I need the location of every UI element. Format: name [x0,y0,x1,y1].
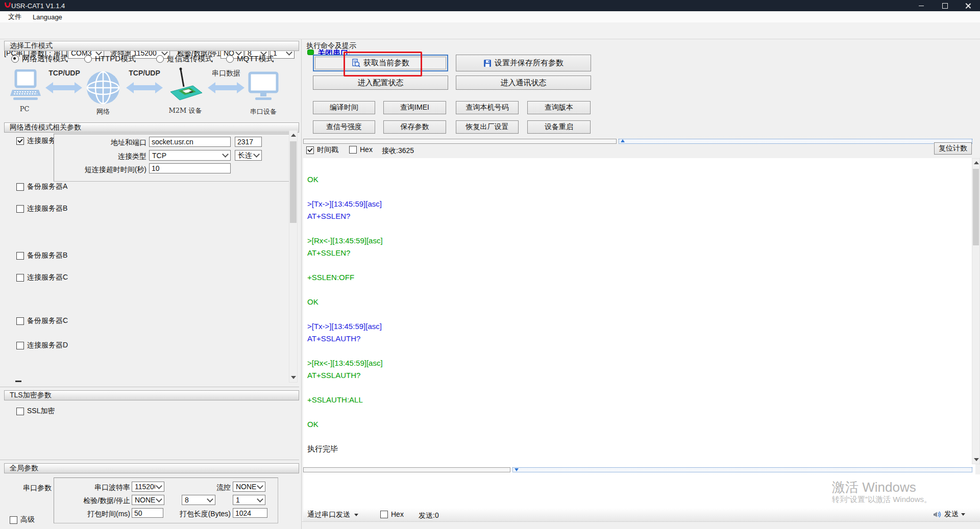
work-mode-option[interactable]: MQTT模式 [226,54,274,64]
net-params-group-header: 网络透传模式相关参数 [4,122,299,133]
conn-type-select[interactable]: TCP [149,150,231,161]
gp-baud-select[interactable]: 115200 [132,482,164,492]
server-checkbox-row[interactable]: 备份服务器A [16,182,67,191]
advanced-label: 高级 [20,515,35,524]
link-label-3: 串口数据 [207,69,245,78]
checkbox-icon[interactable] [16,183,24,191]
timeout-input[interactable]: 10 [149,163,231,173]
gp-packlen-input[interactable]: 1024 [233,508,267,518]
command-button[interactable]: 查询版本 [527,101,591,114]
checkbox-icon[interactable] [380,511,388,518]
server-checkbox-row[interactable]: 备份服务器B [16,251,67,260]
reset-count-button[interactable]: 复位计数 [934,142,972,155]
scroll-up-icon[interactable] [291,134,296,137]
checkbox-icon[interactable] [349,146,357,154]
command-button[interactable]: 编译时间 [313,101,375,114]
app-logo-icon [4,2,12,10]
server-checkbox-row[interactable]: 连接服务器C [16,273,68,282]
hscroll-thumb[interactable] [303,139,617,144]
server-checkbox-row[interactable]: 连接服务器D [16,341,68,350]
checkbox-icon[interactable] [306,146,314,154]
set-save-params-button[interactable]: 设置并保存所有参数 [456,55,591,71]
conn-mode-select[interactable]: 长连接 [235,150,262,161]
server-checkbox-row[interactable]: 备份服务器C [16,316,68,325]
server-checkbox-label: 备份服务器C [27,316,68,325]
gp-packtime-input[interactable]: 50 [132,508,163,518]
gp-parity-select[interactable]: NONE [132,495,164,505]
menu-language[interactable]: Language [30,12,65,22]
send-via-serial-dropdown[interactable]: 通过串口发送 [307,510,358,519]
server-port-input[interactable]: 2317 [235,137,262,147]
command-button[interactable]: 查询本机号码 [456,101,519,114]
menu-bar: 文件 Language [0,11,980,22]
hex-recv-checkbox-row[interactable]: Hex [349,145,373,154]
conn-type-label: 连接类型 [59,152,146,161]
scroll-down-icon[interactable] [974,458,979,461]
tls-title: TLS加密参数 [10,391,52,400]
checkbox-icon[interactable] [16,317,24,325]
send-button[interactable]: 发送 [933,510,965,519]
server-checkbox-row[interactable]: 连接服务器B [16,204,67,213]
server-address-input[interactable]: socket.usr.cn [149,137,231,147]
command-button[interactable]: 保存参数 [383,120,446,134]
log-output[interactable]: OK >[Tx->][13:45:59][asc]AT+SSLEN? >[Rx<… [303,158,975,480]
hscroll-thumb[interactable] [303,467,510,472]
advanced-checkbox-row[interactable]: 高级 [10,515,35,524]
windows-activation-watermark: 激活 Windows [832,478,916,496]
log-vscrollbar[interactable] [972,158,980,464]
command-button[interactable]: 恢复出厂设置 [456,120,519,134]
log-line [307,259,975,271]
send-hex-checkbox-row[interactable]: Hex [380,510,404,518]
scrollbar-thumb[interactable] [290,141,297,223]
radio-icon[interactable] [84,55,92,63]
hscroll-track-focus[interactable] [619,139,972,144]
magnifier-doc-icon [352,59,360,67]
log-hscrollbar-top[interactable] [303,139,972,144]
work-mode-option[interactable]: HTTPD模式 [84,54,136,64]
checkbox-icon[interactable] [16,342,24,349]
log-hscrollbar-bottom[interactable] [303,467,972,472]
radio-icon[interactable] [11,55,19,63]
log-line [307,222,975,235]
gp-stopbits-select[interactable]: 1 [233,495,265,505]
command-button[interactable]: 查询IMEI [383,101,446,114]
global-params-title: 全局参数 [10,464,38,473]
work-mode-option[interactable]: 短信透传模式 [156,54,213,64]
checkbox-icon[interactable] [16,252,24,260]
minimize-button[interactable] [910,0,933,11]
hscroll-track-focus[interactable] [512,467,972,472]
radio-icon[interactable] [156,55,164,63]
checkbox-icon[interactable] [16,274,24,282]
title-bar: USR-CAT1 V1.1.4 [0,0,980,11]
checkbox-icon[interactable] [16,205,24,213]
log-line [307,308,975,320]
get-params-button[interactable]: 获取当前参数 [313,55,448,71]
maximize-button[interactable] [933,0,957,11]
ssl-checkbox-row[interactable]: SSL加密 [16,407,55,416]
send-bar [303,508,980,521]
command-button[interactable]: 设备重启 [527,120,591,134]
close-button[interactable] [957,0,980,11]
checkbox-icon[interactable] [16,408,24,415]
enter-config-button[interactable]: 进入配置状态 [313,75,448,90]
send-hex-label: Hex [391,510,404,518]
work-mode-option[interactable]: 网络透传模式 [11,54,68,64]
gp-flow-select[interactable]: NONE [233,482,265,492]
checkbox-icon[interactable] [16,137,24,145]
scroll-marker-icon [621,139,625,142]
enter-comm-button[interactable]: 进入通讯状态 [456,75,591,90]
timestamp-checkbox-row[interactable]: 时间戳 [306,145,338,155]
server-checkbox-label: 连接服务器C [27,273,68,282]
scroll-down-icon[interactable] [291,376,296,379]
menu-file[interactable]: 文件 [5,11,24,22]
scrollbar-thumb[interactable] [973,169,979,245]
server-checkbox-label: 连接服务器B [27,204,67,213]
server-checkbox-label: 备份服务器A [27,182,67,191]
radio-icon[interactable] [226,55,234,63]
node-label-pc: PC [14,105,35,113]
scroll-up-icon[interactable] [974,161,979,164]
gp-databits-select[interactable]: 8 [182,495,215,505]
left-panel-scrollbar[interactable] [289,130,298,383]
command-button[interactable]: 查信号强度 [313,120,375,134]
checkbox-icon[interactable] [10,516,17,524]
